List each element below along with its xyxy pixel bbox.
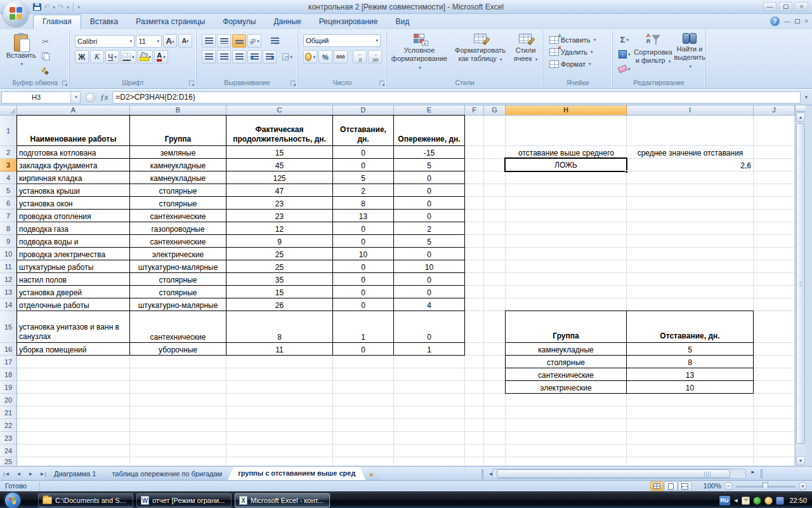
cell-E3[interactable]: 5 — [394, 159, 465, 171]
cell-E7[interactable]: 0 — [394, 210, 465, 222]
cell-D13[interactable]: 0 — [333, 286, 394, 298]
cell-E9[interactable]: 5 — [394, 235, 465, 248]
ribbon-tab-0[interactable]: Главная — [33, 15, 81, 29]
workbook-minimize-button[interactable]: — — [784, 18, 790, 25]
column-header-A[interactable]: A — [17, 105, 130, 116]
vscroll-up-icon[interactable]: ▲ — [796, 112, 805, 122]
cell-A12[interactable]: настил полов — [16, 273, 130, 286]
horizontal-scrollbar[interactable] — [492, 469, 746, 479]
normal-view-button[interactable] — [650, 481, 664, 491]
format-as-table-button[interactable]: Форматировать как таблицу ▾ — [449, 34, 511, 72]
align-center-button[interactable] — [217, 50, 231, 64]
align-middle-button[interactable] — [217, 34, 231, 48]
row-header-4[interactable]: 4 — [0, 171, 17, 184]
cell-B16[interactable]: уборочные — [130, 343, 226, 356]
cell-A15[interactable]: установка унитазов и ванн в санузлах — [16, 311, 130, 343]
paste-button[interactable]: Вставить ▾ — [6, 33, 36, 77]
row-header-23[interactable]: 23 — [0, 432, 17, 444]
font-name-combo[interactable]: Calibri▾ — [75, 35, 134, 48]
cell-C6[interactable]: 23 — [226, 197, 333, 210]
grow-font-button[interactable]: A▴ — [163, 34, 177, 48]
cell-A2[interactable]: подготовка котлована — [16, 146, 130, 159]
row-header-12[interactable]: 12 — [0, 273, 17, 286]
comma-style-button[interactable]: 000 — [334, 50, 348, 64]
cell-C2[interactable]: 15 — [226, 146, 333, 159]
italic-button[interactable]: К — [90, 50, 104, 64]
cell-B4[interactable]: камнеукладные — [130, 171, 226, 184]
cell-B7[interactable]: сантехнические — [130, 210, 226, 222]
align-right-button[interactable] — [232, 50, 246, 64]
align-left-button[interactable] — [202, 50, 216, 64]
zoom-out-icon[interactable]: − — [724, 482, 733, 490]
cell-E14[interactable]: 4 — [394, 298, 465, 311]
orientation-button[interactable]: ab▾ — [247, 34, 261, 48]
cell-C4[interactable]: 125 — [226, 171, 333, 184]
office-button[interactable] — [3, 1, 29, 26]
cell-E15[interactable]: 0 — [394, 311, 465, 343]
cell-H19[interactable]: электрические — [505, 381, 627, 394]
cell-styles-button[interactable]: Стили ячеек ▾ — [511, 34, 540, 72]
column-header-D[interactable]: D — [333, 105, 394, 116]
conditional-formatting-button[interactable]: ≤ Условное форматирование ▾ — [390, 34, 449, 72]
row-header-3[interactable]: 3 — [0, 159, 17, 171]
row-header-1[interactable]: 1 — [0, 116, 17, 146]
cell-C1[interactable]: Фактическая продолжительность, дн. — [226, 116, 333, 146]
cell-D5[interactable]: 2 — [333, 184, 394, 197]
cell-B13[interactable]: столярные — [130, 286, 226, 298]
cell-E2[interactable]: -15 — [394, 146, 465, 159]
hscroll-right-icon[interactable]: ► — [750, 469, 756, 475]
row-header-13[interactable]: 13 — [0, 286, 17, 298]
cell-D9[interactable]: 0 — [333, 235, 394, 248]
cell-D6[interactable]: 8 — [333, 197, 394, 210]
zoom-thumb[interactable] — [763, 483, 768, 490]
increase-decimal-button[interactable]: ←,0 — [353, 50, 367, 64]
cell-I19[interactable]: 10 — [627, 381, 754, 394]
cell-H17[interactable]: столярные — [505, 356, 627, 368]
clear-button[interactable]: ▾ — [617, 62, 632, 76]
cell-C13[interactable]: 15 — [226, 286, 333, 298]
copy-button[interactable] — [39, 50, 53, 63]
bold-button[interactable]: Ж — [75, 50, 89, 64]
increase-indent-button[interactable] — [263, 50, 277, 64]
cell-B8[interactable]: газопроводные — [130, 222, 226, 235]
antivirus-tray-icon[interactable] — [753, 497, 761, 505]
cell-D7[interactable]: 13 — [333, 210, 394, 222]
number-dialog-launcher-icon[interactable] — [379, 81, 384, 86]
cell-A5[interactable]: установка крыши — [16, 184, 130, 197]
row-header-15[interactable]: 15 — [0, 311, 17, 343]
cell-C8[interactable]: 12 — [226, 222, 333, 235]
cut-button[interactable]: ✂ — [39, 35, 53, 48]
cell-C7[interactable]: 23 — [226, 210, 333, 222]
cell-A6[interactable]: установка окон — [16, 197, 130, 210]
cell-B5[interactable]: столярные — [130, 184, 226, 197]
cell-E6[interactable]: 0 — [394, 197, 465, 210]
close-button[interactable]: × — [795, 2, 808, 11]
ribbon-tab-2[interactable]: Разметка страницы — [127, 15, 214, 29]
cell-D16[interactable]: 0 — [333, 343, 394, 356]
cell-I18[interactable]: 13 — [627, 368, 754, 381]
align-bottom-button[interactable] — [232, 34, 246, 48]
row-header-9[interactable]: 9 — [0, 235, 17, 248]
cell-A14[interactable]: отделочные работы — [16, 298, 130, 311]
ribbon-tab-3[interactable]: Формулы — [214, 15, 265, 29]
cell-E8[interactable]: 2 — [394, 222, 465, 235]
vscroll-down-icon[interactable]: ▼ — [796, 456, 805, 465]
cell-C9[interactable]: 9 — [226, 235, 333, 248]
sheet-tab-1[interactable]: таблица опережение по бригадам — [102, 468, 232, 480]
cell-A7[interactable]: проводка отопления — [16, 210, 130, 222]
prev-sheet-icon[interactable]: ◄ — [13, 469, 24, 479]
row-header-2[interactable]: 2 — [0, 146, 17, 159]
cell-B1[interactable]: Группа — [130, 116, 226, 146]
cell-D11[interactable]: 0 — [333, 260, 394, 273]
cell-H15[interactable]: Группа — [505, 311, 627, 343]
cell-B9[interactable]: сантехнические — [130, 235, 226, 248]
workbook-restore-button[interactable] — [795, 18, 800, 25]
sheet-tab-2[interactable]: группы с отставанием выше сред — [228, 467, 365, 480]
column-header-G[interactable]: G — [484, 105, 506, 116]
cell-C3[interactable]: 45 — [226, 159, 333, 171]
cell-A9[interactable]: подводка воды и — [16, 235, 130, 248]
fill-button[interactable]: ↓▾ — [617, 48, 632, 61]
column-header-C[interactable]: C — [226, 105, 333, 116]
column-header-I[interactable]: I — [627, 105, 754, 116]
cell-A4[interactable]: кирпичная кладка — [16, 171, 130, 184]
